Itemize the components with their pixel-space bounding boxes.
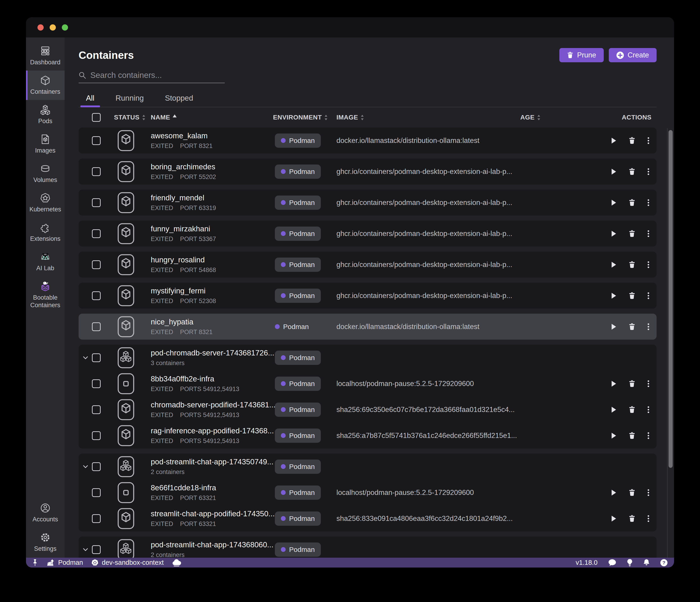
- create-button[interactable]: Create: [609, 48, 656, 62]
- more-actions-button[interactable]: [647, 515, 650, 522]
- delete-container-button[interactable]: [629, 489, 635, 496]
- column-header-status[interactable]: STATUS: [114, 114, 151, 121]
- delete-container-button[interactable]: [629, 406, 635, 413]
- chevron-down-icon[interactable]: [82, 546, 89, 553]
- more-actions-button[interactable]: [647, 261, 650, 268]
- chevron-down-icon[interactable]: [82, 354, 89, 361]
- start-container-button[interactable]: [610, 406, 617, 413]
- sidebar-item-bootable-containers[interactable]: Bootable Containers: [26, 276, 65, 313]
- sidebar-item-settings[interactable]: Settings: [26, 528, 65, 557]
- delete-container-button[interactable]: [629, 230, 635, 237]
- row-checkbox[interactable]: [92, 353, 101, 362]
- container-row[interactable]: boring_archimedesEXITEDPORT 55202Podmang…: [79, 158, 656, 184]
- row-checkbox[interactable]: [92, 136, 101, 145]
- delete-container-button[interactable]: [629, 292, 635, 299]
- delete-container-button[interactable]: [629, 137, 635, 144]
- row-checkbox[interactable]: [92, 322, 101, 331]
- column-header-image[interactable]: IMAGE: [336, 114, 520, 121]
- start-container-button[interactable]: [610, 380, 617, 387]
- sidebar-item-pods[interactable]: Pods: [26, 100, 65, 129]
- row-checkbox[interactable]: [92, 514, 101, 523]
- start-container-button[interactable]: [610, 137, 617, 144]
- more-actions-button[interactable]: [647, 137, 650, 144]
- delete-container-button[interactable]: [629, 380, 635, 387]
- statusbar-bell-button[interactable]: [643, 559, 650, 567]
- more-actions-button[interactable]: [647, 406, 650, 413]
- minimize-window-button[interactable]: [50, 24, 56, 30]
- select-all-checkbox[interactable]: [92, 113, 101, 122]
- sidebar-item-images[interactable]: Images: [26, 129, 65, 159]
- container-row[interactable]: nice_hypatiaEXITEDPORT 8321Podmandocker.…: [79, 313, 656, 340]
- scrollbar-track[interactable]: [667, 128, 674, 558]
- sidebar-item-kubernetes[interactable]: Kubernetes: [26, 188, 65, 218]
- more-actions-button[interactable]: [647, 380, 650, 387]
- column-header-age[interactable]: AGE: [520, 114, 589, 121]
- delete-container-button[interactable]: [629, 515, 635, 522]
- sidebar-item-accounts[interactable]: Accounts: [26, 498, 65, 528]
- container-row[interactable]: funny_mirzakhaniEXITEDPORT 53367Podmangh…: [79, 221, 656, 247]
- container-row[interactable]: mystifying_fermiEXITEDPORT 52308Podmangh…: [79, 283, 656, 308]
- more-actions-button[interactable]: [647, 432, 650, 439]
- more-actions-button[interactable]: [647, 292, 650, 299]
- sort-icon[interactable]: [324, 114, 328, 121]
- scrollbar-thumb[interactable]: [669, 130, 673, 468]
- chevron-down-icon[interactable]: [82, 463, 89, 470]
- zoom-window-button[interactable]: [62, 24, 68, 30]
- row-checkbox[interactable]: [92, 229, 101, 238]
- start-container-button[interactable]: [610, 261, 617, 268]
- start-container-button[interactable]: [610, 230, 617, 237]
- container-row[interactable]: 8e66f1cdde18-infraEXITEDPORT 63321Podman…: [79, 479, 656, 505]
- row-checkbox[interactable]: [92, 545, 101, 554]
- delete-container-button[interactable]: [629, 199, 635, 206]
- column-header-environment[interactable]: ENVIRONMENT: [273, 114, 336, 121]
- start-container-button[interactable]: [610, 323, 617, 330]
- container-row[interactable]: chromadb-server-podified-1743681...EXITE…: [79, 397, 656, 423]
- more-actions-button[interactable]: [647, 323, 650, 330]
- container-row[interactable]: awesome_kalamEXITEDPORT 8321Podmandocker…: [79, 127, 656, 153]
- sort-ascending-icon[interactable]: [172, 114, 177, 118]
- statusbar-lightbulb-button[interactable]: [627, 559, 632, 567]
- sidebar-item-dashboard[interactable]: Dashboard: [26, 41, 65, 71]
- statusbar-item-podman[interactable]: Podman: [46, 559, 83, 567]
- sidebar-item-containers[interactable]: Containers: [26, 71, 65, 100]
- row-checkbox[interactable]: [92, 405, 101, 414]
- container-row[interactable]: hungry_rosalindEXITEDPORT 54868Podmanghc…: [79, 252, 656, 278]
- start-container-button[interactable]: [610, 432, 617, 439]
- start-container-button[interactable]: [610, 292, 617, 299]
- start-container-button[interactable]: [610, 199, 617, 206]
- pod-row[interactable]: pod-chromadb-server-1743681726...3 conta…: [79, 345, 656, 371]
- search-input[interactable]: [90, 71, 225, 80]
- row-checkbox[interactable]: [92, 260, 101, 269]
- start-container-button[interactable]: [610, 489, 617, 496]
- more-actions-button[interactable]: [647, 489, 650, 496]
- row-checkbox[interactable]: [92, 488, 101, 497]
- statusbar-item-cloud[interactable]: [172, 559, 181, 567]
- statusbar-item-pin[interactable]: [32, 559, 38, 567]
- pod-row[interactable]: pod-streamlit-chat-app-174350749...2 con…: [79, 454, 656, 479]
- container-row[interactable]: friendly_mendelEXITEDPORT 63319Podmanghc…: [79, 190, 656, 216]
- delete-container-button[interactable]: [629, 168, 635, 175]
- start-container-button[interactable]: [610, 168, 617, 175]
- more-actions-button[interactable]: [647, 168, 650, 175]
- row-checkbox[interactable]: [92, 379, 101, 388]
- column-header-name[interactable]: NAME: [151, 114, 273, 121]
- sort-icon[interactable]: [536, 114, 541, 121]
- tab-running[interactable]: Running: [110, 92, 149, 107]
- row-checkbox[interactable]: [92, 167, 101, 176]
- delete-container-button[interactable]: [629, 432, 635, 439]
- container-row[interactable]: 8bb34a0ffb2e-infraEXITEDPORTS 54912,5491…: [79, 371, 656, 397]
- tab-all[interactable]: All: [80, 92, 100, 107]
- sidebar-item-volumes[interactable]: Volumes: [26, 159, 65, 188]
- sidebar-item-extensions[interactable]: Extensions: [26, 218, 65, 247]
- statusbar-item-dev-sandbox-context[interactable]: dev-sandbox-context: [91, 559, 164, 567]
- row-checkbox[interactable]: [92, 462, 101, 471]
- row-checkbox[interactable]: [92, 198, 101, 207]
- statusbar-help-button[interactable]: ?: [660, 559, 668, 567]
- prune-button[interactable]: Prune: [559, 48, 604, 62]
- more-actions-button[interactable]: [647, 199, 650, 206]
- delete-container-button[interactable]: [629, 261, 635, 268]
- sort-icon[interactable]: [360, 114, 365, 121]
- tab-stopped[interactable]: Stopped: [159, 92, 199, 107]
- more-actions-button[interactable]: [647, 230, 650, 237]
- container-row[interactable]: streamlit-chat-app-podified-174350...EXI…: [79, 505, 656, 531]
